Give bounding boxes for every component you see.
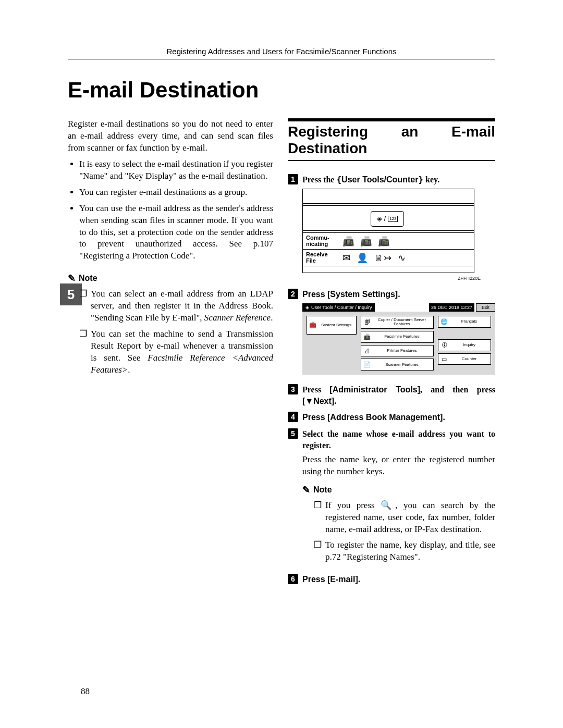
- counter-label: Counter: [450, 357, 488, 361]
- printer-icon: 🖨: [363, 347, 371, 355]
- exit-button: Exit: [476, 303, 495, 312]
- left-column: Register e-mail destinations so you do n…: [68, 118, 273, 588]
- fax-out-icon: 📠: [342, 237, 354, 246]
- section-heading: Registering an E-mail Destination: [288, 118, 495, 161]
- step-1-text: Press the {User Tools/Counter} key.: [302, 175, 439, 184]
- note2-item-2: To register the name, key display, and t…: [314, 539, 495, 563]
- system-settings-button: 🧰 System Settings: [307, 316, 357, 335]
- page-title: E-mail Destination: [68, 78, 495, 103]
- screen-breadcrumb: User Tools / Counter / Inquiry: [311, 304, 372, 311]
- receive-file-label: Receive File: [306, 252, 337, 264]
- step-number-1: 1: [288, 174, 298, 184]
- inquiry-label: Inquiry: [450, 343, 488, 347]
- step-6-text: Press [E-mail].: [302, 575, 360, 584]
- step-3-text: Press [Administrator Tools], and then pr…: [302, 385, 495, 405]
- copier-icon: 🗐: [363, 318, 371, 326]
- fax-in-icon: 📠: [360, 237, 372, 246]
- fax-features-label: Facsimile Features: [373, 335, 431, 339]
- step-4-text: Press [Address Book Management].: [302, 413, 445, 422]
- right-column: Registering an E-mail Destination 1 Pres…: [288, 118, 495, 588]
- language-button: 🌐Français: [438, 316, 491, 328]
- step-3-b2: [▼Next]: [302, 397, 334, 405]
- copier-features-label: Copier / Document Server Features: [373, 318, 431, 327]
- page-number: 88: [81, 686, 90, 697]
- globe-icon: 🌐: [440, 318, 448, 326]
- diamond-icon: ◈: [305, 304, 309, 311]
- language-label: Français: [450, 319, 488, 324]
- note-1-post: .: [271, 313, 273, 323]
- step-3-b1: [Administrator Tools]: [329, 385, 420, 394]
- scanner-features-button: 📄Scanner Features: [361, 359, 434, 371]
- note-label-2: Note: [313, 484, 332, 496]
- counter-123-icon: 123: [388, 216, 398, 223]
- figure-user-tools-screen: ◈ User Tools / Counter / Inquiry 26 DEC …: [302, 303, 495, 375]
- note-item-2: You can set the machine to send a Transm…: [79, 328, 273, 376]
- diamond-icon: ◈: [377, 214, 382, 224]
- fax-features-button: 📠Facsimile Features: [361, 331, 434, 343]
- info-icon: 🛈: [440, 341, 448, 349]
- chapter-tab: 5: [60, 283, 82, 305]
- note-heading-2: ✎ Note: [302, 484, 495, 496]
- copier-features-button: 🗐Copier / Document Server Features: [361, 316, 434, 329]
- step-number-3: 3: [288, 384, 298, 394]
- bullet-2: You can register e-mail destinations as …: [79, 187, 273, 199]
- step-number-5: 5: [288, 428, 298, 439]
- step-number-4: 4: [288, 412, 298, 422]
- note-item-1: You can select an e-mail address from an…: [79, 288, 273, 324]
- figure-control-panel: ◈/123 Commu- nicating 📠 📠 📠 Receive File: [302, 189, 474, 273]
- inquiry-button: 🛈Inquiry: [438, 339, 491, 351]
- step-1-key: User Tools/Counter: [341, 175, 418, 184]
- figure-1-code: ZFFH220E: [288, 275, 481, 281]
- step-3: 3 Press [Administrator Tools], and then …: [288, 384, 495, 406]
- note-label: Note: [79, 273, 97, 284]
- step-1: 1 Press the {User Tools/Counter} key.: [288, 174, 495, 186]
- note-list: You can select an e-mail address from an…: [68, 288, 273, 376]
- note2-item-1: If you press 🔍, you can search by the re…: [314, 500, 495, 536]
- running-header: Registering Addresses and Users for Facs…: [68, 47, 495, 56]
- step-number-2: 2: [288, 289, 298, 299]
- note-heading: ✎ Note: [68, 273, 273, 284]
- note-list-2: If you press 🔍, you can search by the re…: [302, 500, 495, 564]
- step-3-post: .: [334, 397, 336, 405]
- fax-icon: 📠: [378, 237, 389, 246]
- printer-features-button: 🖨Printer Features: [361, 345, 434, 357]
- fax-icon: 📠: [363, 333, 371, 341]
- header-rule: [68, 59, 495, 59]
- communicating-label: Commu- nicating: [306, 235, 337, 247]
- system-settings-label: System Settings: [319, 323, 354, 327]
- step-5: 5 Select the name whose e-mail address y…: [288, 428, 495, 451]
- screen-datetime: 26 DEC 2018 13:27: [429, 303, 474, 312]
- waveform-icon: ∿: [398, 253, 406, 263]
- step-1-pre: Press the: [302, 175, 336, 184]
- document-arrow-icon: 🗎↣: [374, 253, 391, 263]
- bullet-1: It is easy to select the e-mail destinat…: [79, 158, 273, 182]
- step-number-6: 6: [288, 574, 298, 584]
- counter-button: ▭Counter: [438, 353, 491, 365]
- pencil-icon: ✎: [302, 485, 310, 495]
- user-tools-counter-key-icon: ◈/123: [371, 211, 404, 227]
- note-2-post: .: [128, 365, 130, 375]
- intro-bullets: It is easy to select the e-mail destinat…: [68, 158, 273, 263]
- scanner-icon: 📄: [363, 361, 371, 368]
- step-2: 2 Press [System Settings].: [288, 289, 495, 300]
- pencil-icon: ✎: [68, 274, 76, 283]
- step-3-mid: , and then press: [420, 385, 495, 394]
- person-icon: 👤: [357, 253, 368, 263]
- mail-icon: ✉: [342, 253, 350, 263]
- step-3-pre: Press: [302, 385, 329, 394]
- toolbox-icon: 🧰: [309, 321, 316, 329]
- note-1-ital: Scanner Reference: [204, 313, 271, 323]
- step-5-body: Press the name key, or enter the registe…: [302, 454, 495, 478]
- step-2-text: Press [System Settings].: [302, 290, 400, 299]
- step-4: 4 Press [Address Book Management].: [288, 412, 495, 423]
- step-6: 6 Press [E-mail].: [288, 574, 495, 585]
- step-5-text: Select the name whose e-mail address you…: [302, 429, 495, 450]
- bullet-3: You can use the e-mail address as the se…: [79, 203, 273, 263]
- step-1-post: key.: [423, 175, 439, 184]
- intro-paragraph: Register e-mail destinations so you do n…: [68, 118, 273, 154]
- counter-icon: ▭: [440, 355, 448, 363]
- scanner-features-label: Scanner Features: [373, 363, 431, 367]
- printer-features-label: Printer Features: [373, 349, 431, 353]
